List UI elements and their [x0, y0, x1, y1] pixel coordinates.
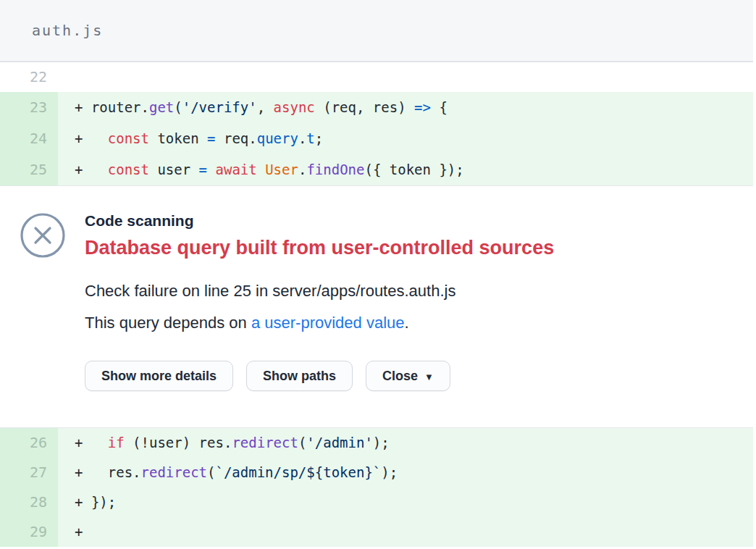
code-line: + }); — [58, 487, 753, 517]
line-number[interactable]: 29 — [0, 517, 58, 547]
code-token: { — [431, 99, 448, 115]
diff-row-25: 25+ const user = await User.findOne({ to… — [0, 154, 753, 185]
diff-row-24: 24+ const token = req.query.t; — [0, 123, 753, 154]
diff-block-bottom: 26+ if (!user) res.redirect('/admin');27… — [0, 427, 753, 547]
code-token: t — [306, 130, 314, 146]
code-token: findOne — [306, 162, 364, 177]
code-token: user — [149, 162, 199, 177]
code-token: , — [257, 99, 274, 115]
code-token: ); — [381, 464, 398, 480]
diff-row-26: 26+ if (!user) res.redirect('/admin'); — [0, 428, 753, 458]
line-number[interactable]: 26 — [0, 428, 58, 458]
diff-row-27: 27+ res.redirect(`/admin/sp/${token}`); — [0, 458, 753, 487]
diff-annotation-view: auth.js 2223+ router.get('/verify', asyn… — [0, 0, 753, 547]
code-token: `/admin/sp/${token}` — [215, 464, 381, 480]
code-token: ( — [298, 435, 306, 450]
code-token: ); — [373, 435, 390, 450]
code-token: + — [75, 130, 108, 146]
code-token: (req, res) — [315, 99, 414, 115]
alert-query-prefix: This query depends on — [85, 314, 251, 332]
close-button-label: Close — [382, 369, 418, 383]
code-token — [257, 162, 265, 177]
code-token: async — [274, 99, 315, 115]
code-token: get — [149, 99, 174, 115]
code-token: + — [75, 162, 108, 177]
code-line: + const token = req.query.t; — [58, 123, 753, 154]
alert-kicker: Code scanning — [85, 212, 554, 230]
diff-row-28: 28+ }); — [0, 487, 753, 517]
line-number[interactable]: 24 — [0, 123, 58, 154]
code-token: redirect — [232, 435, 298, 450]
code-token: => — [414, 99, 431, 115]
line-number[interactable]: 23 — [0, 92, 58, 123]
code-token: '/verify' — [182, 99, 257, 115]
line-number[interactable]: 28 — [0, 487, 58, 517]
alert-check-failure-text: Check failure on line 25 in server/apps/… — [85, 275, 554, 307]
code-token: token — [149, 130, 207, 146]
code-token: (!user) res. — [125, 435, 232, 450]
code-line: + router.get('/verify', async (req, res)… — [58, 92, 753, 123]
diff-row-29: 29+ — [0, 517, 753, 547]
alert-body: Code scanning Database query built from … — [85, 212, 554, 427]
diff-row-22: 22 — [0, 62, 753, 92]
diff-block-top: 2223+ router.get('/verify', async (req, … — [0, 62, 753, 186]
code-token: + }); — [75, 494, 116, 510]
code-token: ({ token }); — [364, 162, 463, 177]
code-token: . — [298, 162, 306, 177]
alert-x-circle-icon — [20, 212, 66, 427]
code-token: ( — [207, 464, 215, 480]
code-line: + — [58, 517, 753, 547]
code-line — [58, 62, 753, 92]
file-name: auth.js — [32, 22, 103, 39]
code-token: User — [265, 162, 298, 177]
code-line: + const user = await User.findOne({ toke… — [58, 154, 753, 185]
alert-actions: Show more details Show paths Close▼ — [85, 361, 554, 391]
code-token: = — [207, 130, 215, 146]
close-dropdown-button[interactable]: Close▼ — [366, 361, 450, 391]
line-number[interactable]: 27 — [0, 458, 58, 487]
code-line: + if (!user) res.redirect('/admin'); — [58, 428, 753, 458]
alert-query-text: This query depends on a user-provided va… — [85, 307, 554, 339]
code-token: const — [108, 162, 149, 177]
alert-query-suffix: . — [405, 314, 409, 332]
code-token: . — [298, 130, 306, 146]
code-token: ( — [174, 99, 182, 115]
code-token: redirect — [141, 464, 208, 480]
code-token: ; — [315, 130, 323, 146]
code-token: await — [216, 162, 257, 177]
code-token: + res. — [75, 464, 141, 480]
code-token: req. — [216, 130, 257, 146]
code-token: '/admin' — [306, 435, 373, 450]
code-token: const — [108, 130, 149, 146]
code-token: + — [75, 435, 108, 450]
file-header: auth.js — [0, 0, 753, 62]
dropdown-caret-icon: ▼ — [424, 372, 434, 382]
alert-title: Database query built from user-controlle… — [85, 235, 554, 260]
code-token: if — [108, 435, 125, 450]
code-token: query — [257, 130, 298, 146]
diff-row-23: 23+ router.get('/verify', async (req, re… — [0, 92, 753, 123]
user-provided-value-link[interactable]: a user-provided value — [251, 314, 405, 332]
show-more-details-button[interactable]: Show more details — [85, 361, 233, 391]
code-line: + res.redirect(`/admin/sp/${token}`); — [58, 458, 753, 487]
line-number[interactable]: 25 — [0, 154, 58, 185]
code-token: + router. — [75, 99, 149, 115]
show-paths-button[interactable]: Show paths — [246, 361, 353, 391]
code-token: + — [75, 524, 83, 540]
line-number[interactable]: 22 — [0, 62, 58, 92]
code-token — [207, 162, 215, 177]
code-scanning-alert: Code scanning Database query built from … — [0, 186, 753, 427]
code-token: = — [199, 162, 207, 177]
